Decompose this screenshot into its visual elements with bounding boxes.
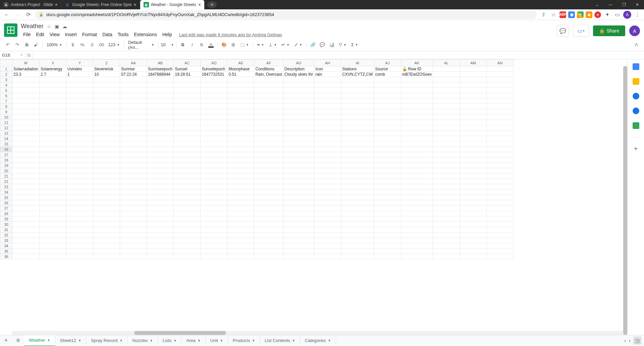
cell[interactable] [283, 98, 314, 104]
cell[interactable] [341, 157, 374, 163]
cell[interactable] [401, 222, 433, 227]
cell[interactable] [227, 211, 254, 216]
cell[interactable] [254, 232, 283, 238]
cell[interactable] [460, 88, 487, 93]
cell[interactable] [40, 238, 66, 243]
back-button[interactable]: ← [3, 11, 11, 19]
cell[interactable] [341, 131, 374, 136]
cell[interactable] [93, 211, 120, 216]
cell[interactable] [460, 109, 487, 115]
cell[interactable] [487, 249, 514, 254]
cell[interactable] [147, 184, 174, 190]
cell[interactable] [433, 195, 460, 200]
cell[interactable] [374, 157, 401, 163]
present-button[interactable]: ▭▾ [573, 25, 589, 37]
cell[interactable] [314, 120, 341, 125]
cell[interactable] [487, 184, 514, 190]
cell[interactable] [66, 152, 93, 157]
cell[interactable] [487, 109, 514, 115]
cell[interactable] [374, 125, 401, 131]
cell[interactable] [487, 136, 514, 141]
percent-button[interactable]: % [78, 41, 87, 49]
cell[interactable] [93, 82, 120, 88]
cell[interactable] [227, 131, 254, 136]
cell[interactable] [254, 104, 283, 109]
cell[interactable] [401, 109, 433, 115]
cell[interactable] [401, 232, 433, 238]
cell[interactable] [374, 168, 401, 174]
column-header[interactable]: AA [120, 60, 147, 66]
cell[interactable] [283, 152, 314, 157]
cell[interactable] [433, 115, 460, 120]
cell[interactable] [174, 211, 201, 216]
row-header[interactable]: 22 [0, 179, 12, 184]
cell[interactable] [487, 163, 514, 168]
cell[interactable] [227, 136, 254, 141]
cell[interactable] [487, 131, 514, 136]
cell[interactable] [201, 104, 227, 109]
cell[interactable] [314, 77, 341, 82]
cell[interactable] [487, 93, 514, 98]
cell[interactable] [341, 152, 374, 157]
filter-button[interactable]: ▽▼ [337, 42, 348, 47]
cell[interactable] [433, 82, 460, 88]
cell[interactable] [341, 184, 374, 190]
cell[interactable]: 1 [66, 72, 93, 77]
select-all-corner[interactable] [0, 60, 12, 66]
cell[interactable] [487, 206, 514, 211]
cell[interactable] [40, 136, 66, 141]
cell[interactable] [460, 190, 487, 195]
row-header[interactable]: 17 [0, 152, 12, 157]
cell[interactable] [460, 249, 487, 254]
cell[interactable] [314, 131, 341, 136]
cell[interactable] [93, 125, 120, 131]
cell[interactable] [174, 157, 201, 163]
row-header[interactable]: 15 [0, 141, 12, 147]
cell[interactable] [227, 206, 254, 211]
cell[interactable] [487, 115, 514, 120]
cell[interactable] [66, 77, 93, 82]
cell[interactable] [40, 211, 66, 216]
cell[interactable]: Sunriseepoch [147, 66, 174, 72]
cell[interactable] [174, 168, 201, 174]
print-button[interactable]: 🖶 [22, 41, 31, 49]
cell[interactable] [433, 157, 460, 163]
explore-button[interactable]: ◳ [633, 337, 641, 345]
cell[interactable] [66, 125, 93, 131]
cell[interactable] [401, 77, 433, 82]
cell[interactable]: CXVN,CYTZ,CW [341, 72, 374, 77]
cell[interactable] [174, 163, 201, 168]
cell[interactable] [283, 254, 314, 259]
cell[interactable] [374, 115, 401, 120]
cell[interactable] [401, 174, 433, 179]
cell[interactable] [283, 211, 314, 216]
row-header[interactable]: 20 [0, 168, 12, 174]
cell[interactable] [40, 222, 66, 227]
cell[interactable] [201, 216, 227, 222]
cell[interactable] [12, 77, 40, 82]
cell[interactable] [227, 195, 254, 200]
cell[interactable] [433, 249, 460, 254]
cell[interactable] [12, 82, 40, 88]
abp-extension-icon[interactable]: ABP [559, 11, 566, 18]
cell[interactable] [341, 190, 374, 195]
cell[interactable] [120, 136, 147, 141]
cell[interactable] [487, 120, 514, 125]
cell[interactable] [433, 136, 460, 141]
cell[interactable] [433, 131, 460, 136]
italic-button[interactable]: I [188, 41, 197, 49]
cell[interactable] [314, 195, 341, 200]
cell[interactable] [66, 206, 93, 211]
cell[interactable] [433, 238, 460, 243]
menu-extensions[interactable]: Extensions [131, 30, 159, 39]
increase-decimal-button[interactable]: .00 [97, 41, 105, 49]
cell[interactable] [120, 200, 147, 206]
cell[interactable] [120, 120, 147, 125]
paint-format-button[interactable]: 🖌 [32, 41, 40, 49]
cell[interactable] [460, 238, 487, 243]
cell[interactable] [201, 195, 227, 200]
cell[interactable] [374, 82, 401, 88]
cell[interactable]: 10 [93, 72, 120, 77]
cell[interactable] [433, 216, 460, 222]
cell[interactable] [147, 82, 174, 88]
